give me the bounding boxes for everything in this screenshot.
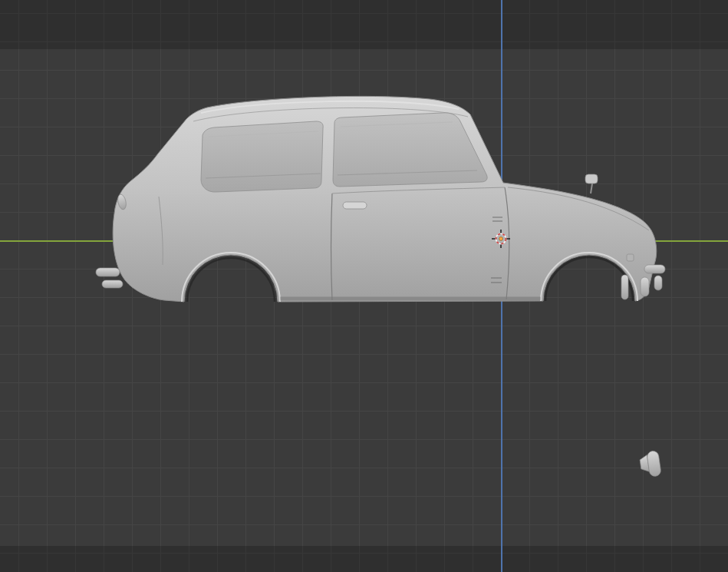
car-body-model[interactable] (96, 96, 665, 302)
viewport-3d[interactable] (0, 0, 728, 572)
rear-bumper-bar-lower (102, 280, 123, 288)
rear-bumper-bar-upper (96, 268, 120, 276)
front-arch-strut (621, 275, 628, 299)
door-handle (343, 202, 367, 209)
mirror-part-head (647, 450, 661, 477)
wing-mirror-part[interactable] (639, 450, 661, 478)
front-bumper-bar (644, 265, 665, 273)
object-origin-dot (499, 237, 503, 241)
door-mirror-head (585, 174, 598, 184)
front-overrider-right (654, 276, 662, 290)
front-bumper-bracket (627, 254, 634, 261)
door-mirror-stalk (591, 184, 592, 193)
front-overrider-left (641, 277, 649, 296)
scene-canvas[interactable] (0, 0, 728, 572)
